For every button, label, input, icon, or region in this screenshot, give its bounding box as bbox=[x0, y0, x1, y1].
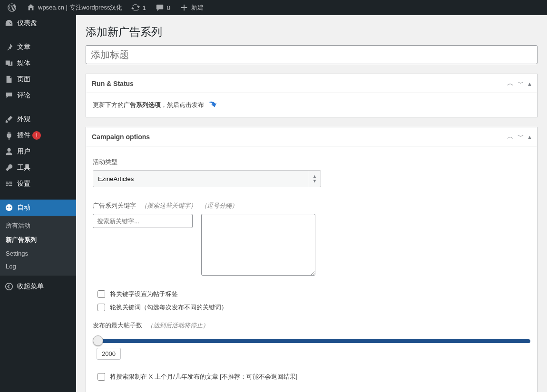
campaign-type-select[interactable]: EzineArticles bbox=[93, 170, 321, 187]
sidebar-item-comments[interactable]: 评论 bbox=[0, 87, 76, 104]
comments-icon bbox=[5, 91, 13, 100]
plugin-update-badge: 1 bbox=[32, 131, 41, 140]
run-status-text: 更新下方的 广告系列选项 ，然后点击发布 bbox=[93, 100, 530, 110]
postbox-controls: ︿ ﹀ ▴ bbox=[507, 133, 531, 141]
plugin-icon bbox=[5, 131, 13, 140]
brush-icon bbox=[5, 115, 13, 124]
slider-handle[interactable] bbox=[93, 335, 103, 346]
sidebar-item-media[interactable]: 媒体 bbox=[0, 55, 76, 71]
settings-icon bbox=[5, 180, 13, 188]
campaign-type-label: 活动类型 bbox=[93, 158, 530, 166]
postbox-title: Campaign options bbox=[92, 133, 150, 141]
svg-point-3 bbox=[6, 283, 12, 290]
sidebar-label: 用户 bbox=[17, 147, 30, 156]
sidebar-label: 自动 bbox=[17, 203, 30, 212]
plus-icon bbox=[180, 3, 188, 12]
adminbar-comments-count: 0 bbox=[167, 4, 170, 11]
move-down-icon[interactable]: ﹀ bbox=[518, 79, 524, 88]
campaign-options-box: Campaign options ︿ ﹀ ▴ 活动类型 EzineArticle… bbox=[86, 127, 537, 392]
update-icon bbox=[131, 3, 140, 12]
rotate-keywords-label: 轮换关键词（勾选每次发布不同的关键词） bbox=[110, 303, 227, 312]
dashboard-icon bbox=[5, 19, 13, 28]
sidebar-collapse[interactable]: 收起菜单 bbox=[0, 278, 76, 295]
campaign-title-input[interactable] bbox=[86, 45, 537, 64]
max-posts-slider[interactable]: 2000 bbox=[93, 335, 530, 347]
home-icon bbox=[27, 3, 35, 12]
main-content: 添加新广告系列 Run & Status ︿ ﹀ ▴ 更新下方的 广告系列选项 … bbox=[76, 15, 547, 392]
limit-search-label: 将搜索限制在 X 上个月/几年发布的文章 [不推荐：可能不会返回结果] bbox=[110, 373, 297, 381]
sidebar-label: 外观 bbox=[17, 115, 30, 124]
keywords-textarea[interactable] bbox=[201, 214, 315, 276]
adminbar-new-label: 新建 bbox=[191, 3, 204, 12]
sidebar-item-dashboard[interactable]: 仪表盘 bbox=[0, 15, 76, 31]
adminbar-new[interactable]: 新建 bbox=[176, 0, 207, 15]
toggle-icon[interactable]: ▴ bbox=[528, 133, 531, 141]
sidebar-item-auto[interactable]: 自动 bbox=[0, 200, 76, 216]
postbox-title: Run & Status bbox=[92, 80, 134, 87]
adminbar-site[interactable]: wpsea.cn | 专注wordpress汉化 bbox=[23, 0, 127, 15]
pin-icon bbox=[5, 43, 13, 51]
svg-point-0 bbox=[6, 204, 12, 211]
adminbar-comments[interactable]: 0 bbox=[152, 0, 174, 15]
svg-point-1 bbox=[7, 207, 9, 208]
sidebar-separator bbox=[0, 106, 76, 109]
sidebar-label: 插件 bbox=[17, 131, 30, 140]
adminbar-updates[interactable]: 1 bbox=[127, 0, 150, 15]
slider-track bbox=[93, 339, 530, 343]
page-title: 添加新广告系列 bbox=[86, 15, 537, 45]
sidebar-item-pages[interactable]: 页面 bbox=[0, 71, 76, 87]
admin-sidebar: 仪表盘 文章 媒体 页面 评论 外观 插件 1 bbox=[0, 15, 76, 392]
svg-point-2 bbox=[10, 207, 11, 208]
set-tags-checkbox[interactable] bbox=[98, 290, 105, 298]
tools-icon bbox=[5, 163, 13, 172]
move-up-icon[interactable]: ︿ bbox=[507, 79, 514, 88]
sidebar-label: 评论 bbox=[17, 91, 30, 100]
user-icon bbox=[5, 147, 13, 156]
sidebar-sub-log[interactable]: Log bbox=[0, 260, 76, 273]
sidebar-item-tools[interactable]: 工具 bbox=[0, 160, 76, 176]
set-tags-label: 将关键字设置为帖子标签 bbox=[110, 290, 178, 298]
sidebar-item-posts[interactable]: 文章 bbox=[0, 39, 76, 55]
admin-bar: wpsea.cn | 专注wordpress汉化 1 0 新建 bbox=[0, 0, 547, 15]
sidebar-sub-new-campaign[interactable]: 新广告系列 bbox=[0, 233, 76, 247]
slider-value: 2000 bbox=[97, 348, 121, 360]
move-up-icon[interactable]: ︿ bbox=[507, 133, 514, 141]
comment-icon bbox=[156, 3, 164, 12]
robot-icon bbox=[5, 203, 13, 212]
rotate-keywords-checkbox[interactable] bbox=[98, 304, 105, 311]
sidebar-item-settings[interactable]: 设置 bbox=[0, 176, 76, 192]
sidebar-sub-all-campaigns[interactable]: 所有活动 bbox=[0, 219, 76, 233]
collapse-icon bbox=[5, 282, 13, 291]
sidebar-separator bbox=[0, 34, 76, 37]
arrow-down-icon bbox=[207, 100, 217, 110]
select-spinner-icon[interactable]: ▲▼ bbox=[308, 170, 321, 187]
sidebar-label: 媒体 bbox=[17, 59, 30, 67]
adminbar-updates-count: 1 bbox=[143, 4, 146, 11]
sidebar-submenu: 所有活动 新广告系列 Settings Log bbox=[0, 216, 76, 276]
move-down-icon[interactable]: ﹀ bbox=[518, 133, 524, 141]
page-icon bbox=[5, 75, 13, 84]
keyword-search-input[interactable] bbox=[93, 214, 193, 228]
sidebar-separator bbox=[0, 194, 76, 197]
sidebar-label: 设置 bbox=[17, 180, 30, 188]
sidebar-label: 页面 bbox=[17, 75, 30, 84]
max-posts-label: 发布的最大帖子数 （达到后活动将停止） bbox=[93, 321, 530, 330]
sidebar-item-appearance[interactable]: 外观 bbox=[0, 111, 76, 127]
postbox-controls: ︿ ﹀ ▴ bbox=[507, 79, 531, 88]
limit-search-checkbox[interactable] bbox=[98, 373, 105, 381]
sidebar-sub-settings[interactable]: Settings bbox=[0, 247, 76, 260]
sidebar-item-users[interactable]: 用户 bbox=[0, 143, 76, 160]
media-icon bbox=[5, 59, 13, 67]
keywords-label: 广告系列关键字 （搜索这些关键字） （逗号分隔） bbox=[93, 201, 530, 210]
adminbar-site-name: wpsea.cn | 专注wordpress汉化 bbox=[38, 3, 123, 12]
sidebar-label: 工具 bbox=[17, 163, 30, 172]
toggle-icon[interactable]: ▴ bbox=[528, 80, 531, 87]
run-status-box: Run & Status ︿ ﹀ ▴ 更新下方的 广告系列选项 ，然后点击发布 bbox=[86, 74, 537, 117]
postbox-header: Run & Status ︿ ﹀ ▴ bbox=[86, 74, 537, 93]
sidebar-item-plugins[interactable]: 插件 1 bbox=[0, 127, 76, 143]
sidebar-label: 收起菜单 bbox=[17, 282, 44, 291]
postbox-header: Campaign options ︿ ﹀ ▴ bbox=[86, 127, 537, 146]
wp-logo[interactable] bbox=[4, 0, 23, 15]
wordpress-icon bbox=[8, 3, 16, 12]
sidebar-label: 仪表盘 bbox=[17, 19, 37, 28]
